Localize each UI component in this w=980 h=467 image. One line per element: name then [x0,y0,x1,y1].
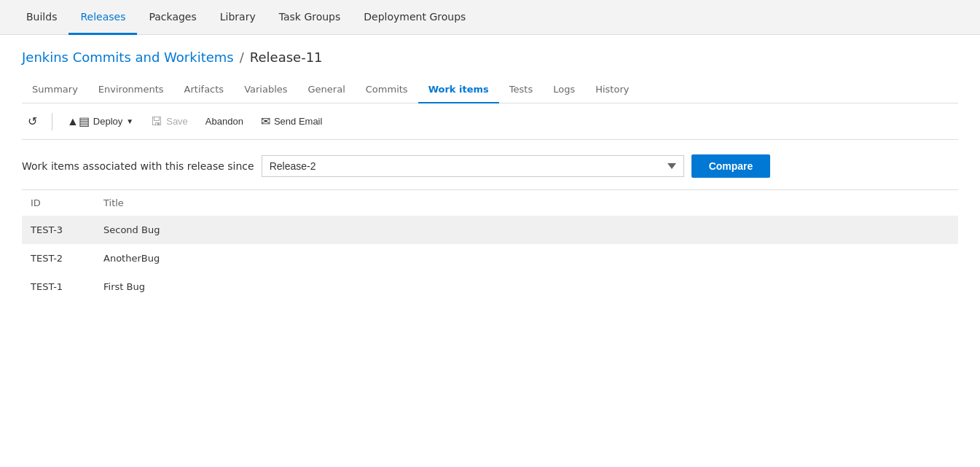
top-nav-item-task-groups[interactable]: Task Groups [267,0,353,35]
table-body: TEST-3Second BugTEST-2AnotherBugTEST-1Fi… [22,216,958,301]
compare-button[interactable]: Compare [691,154,771,178]
sub-tab-environments[interactable]: Environments [88,76,174,103]
sub-tab-tests[interactable]: Tests [499,76,543,103]
refresh-icon: ↺ [28,114,37,128]
sub-tab-history[interactable]: History [585,76,639,103]
deploy-icon: ▲▤ [67,114,90,128]
top-nav-item-releases[interactable]: Releases [68,0,137,35]
top-nav-item-deployment-groups[interactable]: Deployment Groups [352,0,477,35]
top-nav-item-packages[interactable]: Packages [137,0,208,35]
sub-tab-variables[interactable]: Variables [234,76,297,103]
cell-id: TEST-1 [22,272,95,301]
table-header: ID Title [22,190,958,216]
sub-tab-work-items[interactable]: Work items [418,76,499,103]
save-label: Save [166,116,188,127]
save-icon: 🖫 [151,115,162,128]
breadcrumb: Jenkins Commits and Workitems / Release-… [22,50,958,65]
cell-title: First Bug [95,272,958,301]
refresh-button[interactable]: ↺ [22,111,43,132]
top-nav-item-library[interactable]: Library [208,0,267,35]
cell-id: TEST-3 [22,216,95,244]
breadcrumb-link[interactable]: Jenkins Commits and Workitems [22,50,234,65]
top-nav-item-builds[interactable]: Builds [15,0,68,35]
send-email-label: Send Email [274,116,322,127]
table-row[interactable]: TEST-3Second Bug [22,216,958,244]
cell-title: Second Bug [95,216,958,244]
send-email-button[interactable]: ✉ Send Email [255,111,328,132]
email-icon: ✉ [261,114,270,128]
breadcrumb-current: Release-11 [250,50,323,65]
sub-tab-logs[interactable]: Logs [543,76,585,103]
deploy-button[interactable]: ▲▤ Deploy ▼ [61,111,139,132]
deploy-arrow-icon: ▼ [126,117,133,125]
sub-tab-summary[interactable]: Summary [22,76,88,103]
filter-label: Work items associated with this release … [22,160,254,172]
sub-tabs: SummaryEnvironmentsArtifactsVariablesGen… [22,76,958,103]
abandon-label: Abandon [205,116,243,127]
release-filter-select[interactable]: Release-1Release-2Release-3Release-4Rele… [262,155,684,177]
abandon-button[interactable]: Abandon [200,112,249,130]
top-navigation: BuildsReleasesPackagesLibraryTask Groups… [0,0,980,35]
deploy-label: Deploy [93,116,122,127]
cell-id: TEST-2 [22,244,95,272]
toolbar: ↺ ▲▤ Deploy ▼ 🖫 Save Abandon ✉ Send Emai… [22,103,958,140]
breadcrumb-separator: / [240,50,244,65]
filter-row: Work items associated with this release … [22,140,958,190]
page-content: Jenkins Commits and Workitems / Release-… [0,35,980,301]
toolbar-divider [52,113,52,130]
col-header-title: Title [95,190,958,216]
col-header-id: ID [22,190,95,216]
sub-tab-general[interactable]: General [298,76,356,103]
table-row[interactable]: TEST-1First Bug [22,272,958,301]
save-button[interactable]: 🖫 Save [145,111,194,132]
sub-tab-commits[interactable]: Commits [356,76,418,103]
cell-title: AnotherBug [95,244,958,272]
sub-tab-artifacts[interactable]: Artifacts [174,76,235,103]
table-row[interactable]: TEST-2AnotherBug [22,244,958,272]
work-items-table: ID Title TEST-3Second BugTEST-2AnotherBu… [22,190,958,301]
